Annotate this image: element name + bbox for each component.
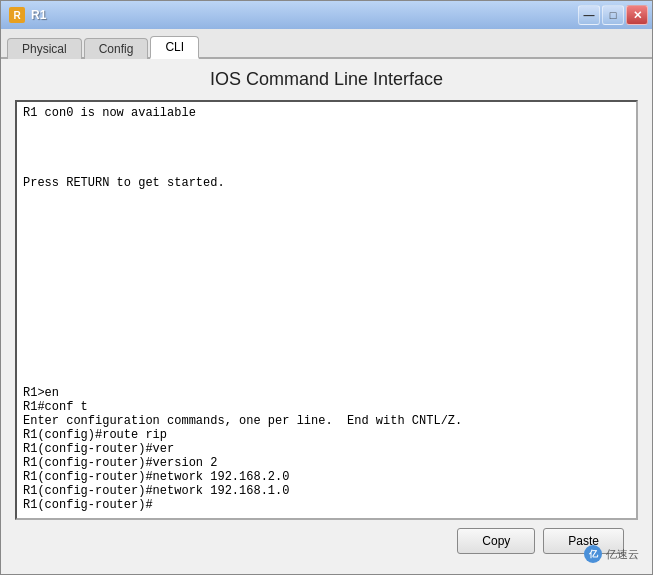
copy-button[interactable]: Copy [457,528,535,554]
window-title: R1 [31,8,46,22]
watermark-icon: 亿 [584,545,602,563]
tab-config[interactable]: Config [84,38,149,59]
watermark: 亿 亿速云 [584,545,639,563]
window-icon: R [9,7,25,23]
terminal-output[interactable]: R1 con0 is now available Press RETURN to… [17,102,636,518]
minimize-button[interactable]: — [578,5,600,25]
tab-bar: Physical Config CLI [1,29,652,59]
tab-physical[interactable]: Physical [7,38,82,59]
watermark-text: 亿速云 [606,547,639,562]
terminal-wrapper: R1 con0 is now available Press RETURN to… [15,100,638,520]
page-title: IOS Command Line Interface [15,69,638,90]
title-controls: — □ ✕ [578,5,648,25]
close-button[interactable]: ✕ [626,5,648,25]
title-bar: R R1 — □ ✕ [1,1,652,29]
content-area: IOS Command Line Interface R1 con0 is no… [1,59,652,574]
tab-cli[interactable]: CLI [150,36,199,59]
main-window: R R1 — □ ✕ Physical Config CLI IOS Comma… [0,0,653,575]
maximize-button[interactable]: □ [602,5,624,25]
bottom-bar: Copy Paste [15,520,638,564]
title-bar-left: R R1 [9,7,46,23]
